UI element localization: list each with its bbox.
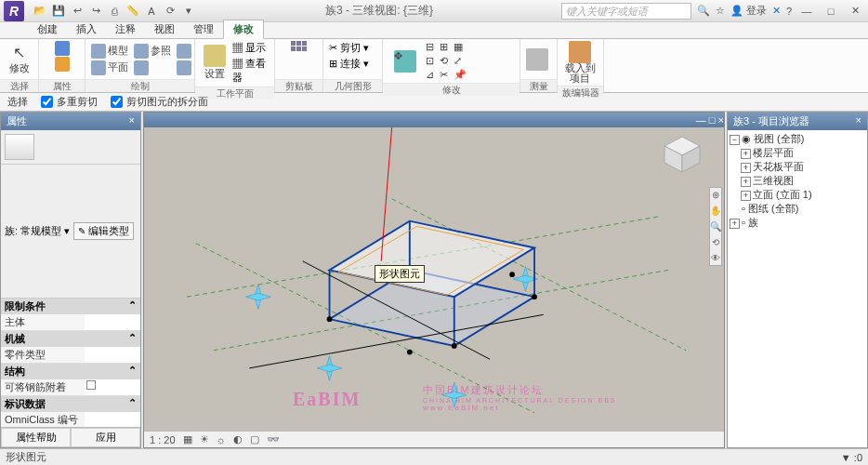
status-filter-icon[interactable]: ▼ <box>841 452 851 463</box>
minimize-button[interactable]: — <box>797 6 816 17</box>
edit-type-button[interactable]: ✎ 编辑类型 <box>73 222 134 240</box>
set-workplane-button[interactable]: 设置 <box>201 45 229 81</box>
copy-button[interactable]: ⊞ <box>440 41 448 53</box>
save-icon[interactable]: 💾 <box>50 3 67 20</box>
properties-apply-button[interactable]: 应用 <box>71 428 140 447</box>
nav-pan-icon[interactable]: ✋ <box>710 206 721 216</box>
tab-create[interactable]: 创建 <box>28 20 67 38</box>
move-button[interactable]: ✥ <box>388 50 422 73</box>
nav-look-icon[interactable]: 👁 <box>711 253 720 263</box>
properties-palette: 属性× 族: 常规模型 ▾ ✎ 编辑类型 限制条件⌃ 主体 机械⌃ 零件类型 结… <box>0 112 141 448</box>
type-props-icon[interactable] <box>55 57 70 72</box>
favorite-icon[interactable]: ☆ <box>716 5 725 17</box>
panel-geom-label: 几何图形 <box>323 79 382 92</box>
prop-cat-id[interactable]: 标识数据⌃ <box>1 396 140 412</box>
draw-line-button[interactable] <box>177 60 191 75</box>
status-hint: 形状图元 <box>6 450 46 464</box>
draw-arc-button[interactable] <box>177 44 191 59</box>
prop-parttype-value[interactable] <box>85 347 140 363</box>
watermark-text: 中国BIM建筑设计论坛 CHINA BIM ARCHITECTURAL DESI… <box>423 383 617 412</box>
tab-manage[interactable]: 管理 <box>184 20 223 38</box>
mirror-button[interactable]: ⊿ <box>426 69 434 81</box>
navigation-bar[interactable]: ⊕ ✋ 🔍 ⟲ 👁 <box>709 187 722 266</box>
type-selector[interactable]: 族: 常规模型 ▾ <box>5 224 70 238</box>
search-input[interactable]: 键入关键字或短语 <box>561 3 691 20</box>
draw-spline-button[interactable] <box>134 60 171 75</box>
open-icon[interactable]: 📂 <box>32 3 48 20</box>
infocenter-icon[interactable]: 🔍 <box>697 5 710 17</box>
help-icon[interactable]: ? <box>786 6 792 17</box>
rotate-button[interactable]: ⟲ <box>440 55 448 67</box>
draw-model-button[interactable]: 模型 <box>91 44 128 59</box>
cut-geom-button[interactable]: ✂ 剪切 ▾ <box>329 41 369 55</box>
options-bar: 选择 多重剪切 剪切图元的拆分面 <box>0 93 868 112</box>
multi-cut-checkbox[interactable]: 多重剪切 <box>41 95 98 109</box>
quick-access-toolbar: 📂 💾 ↩ ↪ ⎙ 📏 A ⟳ ▾ <box>32 3 197 20</box>
print-icon[interactable]: ⎙ <box>106 3 123 20</box>
nav-wheel-icon[interactable]: ⊕ <box>712 190 719 200</box>
modify-tool-button[interactable]: ↖修改 <box>6 44 33 75</box>
options-select-label: 选择 <box>7 95 28 109</box>
hide-icon[interactable]: 👓 <box>267 433 280 445</box>
offset-button[interactable]: ⊡ <box>426 55 434 67</box>
trim-button[interactable]: ✂ <box>440 69 448 81</box>
prop-host-value[interactable] <box>85 314 140 330</box>
nav-zoom-icon[interactable]: 🔍 <box>710 221 721 232</box>
drawing-view[interactable]: — □ × <box>143 112 725 448</box>
tab-insert[interactable]: 插入 <box>67 20 106 38</box>
browser-close-icon[interactable]: × <box>856 114 861 128</box>
exchange-icon[interactable]: ✕ <box>772 5 781 17</box>
close-button[interactable]: ✕ <box>846 5 864 17</box>
array-button[interactable]: ▦ <box>454 41 467 53</box>
draw-ref-button[interactable]: 参照 <box>134 44 171 59</box>
prop-rebar-value[interactable] <box>85 379 140 395</box>
crop-icon[interactable]: ▢ <box>250 433 259 445</box>
browser-tree[interactable]: −◉ 视图 (全部) +楼层平面 +天花板平面 +三维视图 +立面 (立面 1)… <box>728 130 867 447</box>
measure-icon[interactable]: 📏 <box>125 3 141 20</box>
draw-plane-button[interactable]: 平面 <box>91 60 128 75</box>
maximize-button[interactable]: □ <box>822 6 840 17</box>
undo-icon[interactable]: ↩ <box>69 3 85 20</box>
view-max-icon[interactable]: □ <box>709 114 716 126</box>
tab-annotate[interactable]: 注释 <box>106 20 145 38</box>
prop-cat-struct[interactable]: 结构⌃ <box>1 364 140 379</box>
tab-view[interactable]: 视图 <box>145 20 184 38</box>
palette-close-icon[interactable]: × <box>129 114 135 128</box>
properties-icon[interactable] <box>55 41 70 56</box>
sun-path-icon[interactable]: ☼ <box>217 434 226 445</box>
sync-icon[interactable]: ⟳ <box>162 3 178 20</box>
detail-level-icon[interactable]: ▦ <box>183 433 192 445</box>
scale-button[interactable]: 1 : 20 <box>150 434 176 445</box>
pin-button[interactable]: 📌 <box>454 69 467 81</box>
load-into-project-button[interactable]: 载入到 项目 <box>563 41 597 84</box>
scale-button[interactable]: ⤢ <box>454 55 467 67</box>
recent-icon[interactable]: ▾ <box>180 3 197 20</box>
cut-geom-checkbox[interactable]: 剪切图元的拆分面 <box>111 95 208 109</box>
view-title: — □ × <box>144 113 724 127</box>
panel-modify-label: 修改 <box>383 83 519 96</box>
prop-cat-mech[interactable]: 机械⌃ <box>1 331 140 347</box>
tab-modify[interactable]: 修改 <box>223 20 264 39</box>
nav-orbit-icon[interactable]: ⟲ <box>712 237 719 247</box>
properties-help-button[interactable]: 属性帮助 <box>1 428 71 447</box>
visual-style-icon[interactable]: ☀ <box>200 433 209 445</box>
signin-button[interactable]: 👤 登录 <box>730 4 767 18</box>
prop-omninum-value[interactable] <box>85 412 140 428</box>
prop-cat-constraints[interactable]: 限制条件⌃ <box>1 299 140 314</box>
show-wp-button[interactable]: ▦ 显示 <box>232 41 269 55</box>
viewer-wp-button[interactable]: ▦ 查看器 <box>232 57 269 85</box>
app-menu-button[interactable]: R <box>4 1 24 21</box>
svg-point-22 <box>509 272 515 277</box>
align-button[interactable]: ⊟ <box>426 41 434 53</box>
status-bar: 形状图元 ▼ :0 <box>0 448 868 465</box>
svg-point-19 <box>327 316 333 322</box>
view-close-icon[interactable]: × <box>718 114 724 126</box>
paste-button[interactable] <box>291 41 307 51</box>
text-icon[interactable]: A <box>143 3 160 20</box>
redo-icon[interactable]: ↪ <box>87 3 104 20</box>
shadows-icon[interactable]: ◐ <box>233 433 243 445</box>
join-geom-button[interactable]: ⊞ 连接 ▾ <box>329 57 369 71</box>
view-min-icon[interactable]: — <box>696 114 706 126</box>
measure-button[interactable] <box>526 48 548 71</box>
view-cube[interactable] <box>659 131 705 178</box>
